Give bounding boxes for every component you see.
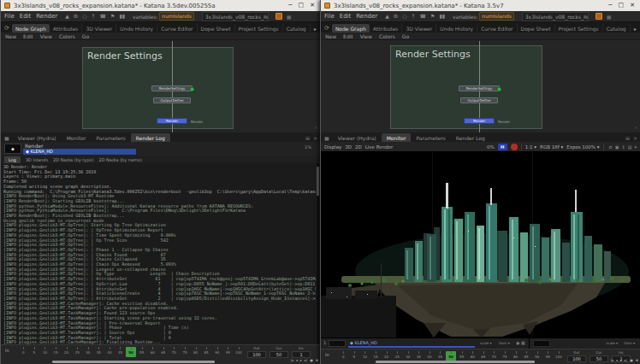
layout-grid-icon[interactable]: ▦ [287,14,292,20]
gamma-dropdown-b[interactable]: Gam ▾ [624,341,635,345]
transport-button[interactable]: ● [630,358,633,362]
menu-item[interactable]: Render [356,13,377,20]
title-bar[interactable]: 3x3Islands_v08_rocks_expansion.katana* -… [321,0,640,11]
pane-tab[interactable]: Monitor [62,133,92,142]
frame-ruler[interactable]: 0510152025303540455055606570758085909510… [18,347,244,357]
window-control-button[interactable]: ─ [608,0,612,11]
pane-tab[interactable]: Viewer (Hydra) [333,133,382,142]
stop-render-button[interactable] [511,144,518,150]
pause-small-icon[interactable]: ▮▮ [439,11,445,21]
window-control-button[interactable]: ✕ [630,0,635,11]
pointer-icon[interactable]: ▲ [65,11,69,21]
snapshot-icon[interactable]: ▣ [615,144,619,150]
fit-view-icon[interactable]: ↕ [622,144,625,150]
view-2d-button[interactable]: 2D [355,144,362,150]
transport-button[interactable]: ≡ [316,358,318,362]
render-thumbnail[interactable]: ◆ [4,144,21,154]
current-frame-field[interactable]: Cur50 [270,346,288,358]
transport-button[interactable]: ≡ [636,358,638,362]
frame-tick[interactable]: 85 [201,347,212,357]
transport-button[interactable]: ▸| [305,358,307,362]
menu-item[interactable]: File [4,13,15,20]
dropdown-icon[interactable]: ▾ [634,144,637,150]
main-tab[interactable]: Curve Editor [157,24,197,32]
variables-widget[interactable]: variables: numIslands [453,12,514,21]
out-frame-field[interactable]: Out100 [247,346,266,358]
main-tab[interactable]: Curve Editor [477,24,517,32]
frame-tick[interactable]: 25 [72,347,83,357]
catalog-thumbnail[interactable] [329,340,346,347]
main-tab[interactable]: Catalog [283,24,311,32]
frame-tick[interactable]: 20 [61,347,72,357]
live-render-button[interactable]: Live Render [365,144,394,150]
frame-tick[interactable]: 65 [158,347,169,357]
frame-tick[interactable]: 80 [190,347,201,357]
search-icon[interactable]: ○ [82,11,86,21]
main-tab[interactable]: Undo History [116,24,157,32]
frame-tick[interactable]: 60 [147,347,158,357]
display-label[interactable]: Display [324,144,341,150]
swap-ab-icon[interactable]: ⇄ [609,144,613,150]
node-rendersettings[interactable]: RenderSettings [151,85,193,91]
menu-item[interactable]: Edit [20,13,32,20]
gear-icon[interactable]: ⚙ [394,11,398,21]
node-outputdefine[interactable]: OutputDefine [460,97,498,103]
upload-icon[interactable]: ↑ [91,11,95,21]
frame-tick[interactable]: 45 [115,347,126,357]
zoom-level-dropdown[interactable]: 1:1 ▾ [525,144,536,150]
transport-button[interactable]: ▸ [620,358,622,362]
increment-field[interactable]: Inc1 [292,346,311,358]
graph-menu-item[interactable]: View [40,33,52,39]
pane-tab[interactable]: Render Log [131,133,170,142]
pane-corner-icon[interactable]: × [313,135,317,141]
main-tab[interactable]: Attributes [50,24,83,32]
backdrop-node[interactable]: Render Settings RenderSettings OutputDef… [390,45,542,129]
node-graph-canvas[interactable]: Render Settings RenderSettings OutputDef… [321,40,640,132]
graph-menu-item[interactable]: Go [82,33,89,39]
transport-button[interactable]: ▸| [625,358,627,362]
transport-button[interactable]: |◂ [290,358,293,362]
pause-render-button[interactable]: ▮▮ [498,144,507,150]
main-tab[interactable]: Project Settings [235,24,283,32]
window-control-button[interactable]: ✕ [310,0,315,11]
node-render[interactable]: Render [157,118,187,124]
render-status-icon[interactable] [596,13,602,20]
recent-file-box[interactable]: 3x3Islands_v08_rocks_Re [202,12,269,21]
gamma-dropdown[interactable]: Gam ▾ [499,341,510,345]
pane-tab[interactable]: Parameters [411,133,450,142]
frame-tick[interactable]: 0 [338,351,349,361]
log-scrollbar-thumb[interactable] [317,167,319,196]
pane-grid-icon[interactable]: ▦ [4,135,9,141]
gear-icon[interactable]: ⚙ [74,11,78,21]
search-icon[interactable]: ○ [402,11,406,21]
frame-tick[interactable]: 10 [39,347,50,357]
frame-tick[interactable]: 30 [82,347,93,357]
log-filter-tab[interactable]: 2D Nadia (by name) [98,157,141,162]
upload-icon[interactable]: ↑ [411,11,415,21]
layout-grid-icon[interactable]: ▦ [607,14,612,20]
window-control-button[interactable]: □ [619,0,625,11]
frame-tick[interactable]: 70 [169,347,180,357]
frame-tick[interactable]: 100 [234,347,245,357]
pane-corner-icon[interactable]: ⊞ [625,135,630,141]
frame-tick[interactable]: 95 [222,347,234,357]
graph-menu-item[interactable]: View [360,33,372,39]
pane-tab[interactable]: Viewer (Hydra) [13,133,62,142]
main-tab[interactable]: 3D Viewer [82,24,116,32]
exposure-dropdown[interactable]: Expos 100% ▾ [566,144,599,150]
node-graph-canvas[interactable]: Render Settings RenderSettings OutputDef… [1,40,320,132]
node-render[interactable]: Render [464,118,495,124]
window-control-button[interactable]: □ [299,0,305,11]
transport-button[interactable]: ◂ [296,358,298,362]
pane-tab[interactable]: Monitor [382,133,412,142]
menu-item[interactable]: Edit [340,13,352,20]
render-status-icon[interactable] [276,13,282,20]
variables-value[interactable]: numIslands [159,12,193,21]
variables-value[interactable]: numIslands [479,12,513,21]
canvas-zoom-icon[interactable]: ⌕ [635,124,637,131]
log-filter-tab[interactable]: 2D Nadia (by type) [53,157,93,162]
transport-button[interactable]: ● [310,358,313,362]
log-filter-tab[interactable]: Log [4,156,21,163]
pointer-icon[interactable]: ▲ [385,11,389,21]
flag-icon[interactable]: ⚑ [430,11,435,21]
